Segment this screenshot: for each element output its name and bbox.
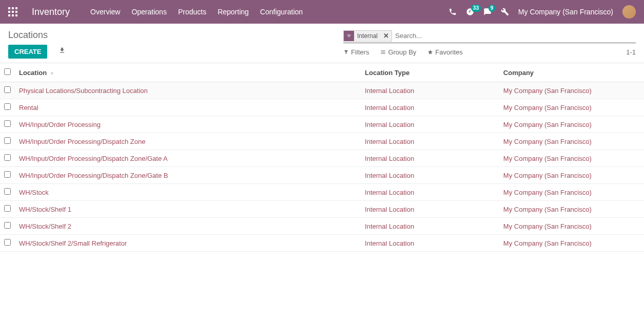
search-input[interactable] (395, 30, 636, 42)
location-link[interactable]: WH/Input/Order Processing/Dispatch Zone (19, 138, 145, 145)
company-link[interactable]: My Company (San Francisco) (503, 104, 592, 112)
row-checkbox[interactable] (4, 239, 11, 246)
breadcrumb: Locations (8, 30, 66, 41)
groupby-label: Group By (388, 48, 416, 56)
location-link[interactable]: Physical Locations/Subcontracting Locati… (19, 87, 148, 95)
location-link[interactable]: WH/Stock/Shelf 2/Small Refrigerator (19, 239, 127, 247)
row-checkbox[interactable] (4, 120, 11, 127)
row-checkbox[interactable] (4, 222, 11, 229)
col-location[interactable]: Location ▼ (15, 63, 361, 82)
facet-label: Internal (354, 32, 381, 40)
type-link[interactable]: Internal Location (365, 189, 414, 196)
nav-configuration[interactable]: Configuration (260, 8, 303, 16)
table-row[interactable]: WH/Input/Order Processing/Dispatch Zone/… (0, 167, 644, 184)
row-checkbox[interactable] (4, 188, 11, 195)
type-link[interactable]: Internal Location (365, 87, 414, 95)
search-facet: Internal ✕ (343, 30, 392, 42)
filters-label: Filters (351, 48, 369, 56)
location-link[interactable]: WH/Stock/Shelf 2 (19, 223, 71, 230)
table-row[interactable]: RentalInternal LocationMy Company (San F… (0, 99, 644, 116)
location-link[interactable]: WH/Input/Order Processing (19, 121, 101, 128)
type-link[interactable]: Internal Location (365, 104, 414, 112)
company-link[interactable]: My Company (San Francisco) (503, 239, 592, 247)
company-link[interactable]: My Company (San Francisco) (503, 138, 592, 145)
nav-right: 33 9 My Company (San Francisco) (448, 5, 636, 18)
tools-icon[interactable] (501, 8, 509, 16)
company-link[interactable]: My Company (San Francisco) (503, 172, 592, 179)
company-link[interactable]: My Company (San Francisco) (503, 87, 592, 95)
table-row[interactable]: WH/StockInternal LocationMy Company (San… (0, 184, 644, 201)
create-button[interactable]: Create (8, 45, 47, 59)
type-link[interactable]: Internal Location (365, 155, 414, 162)
sort-caret-icon: ▼ (50, 71, 54, 76)
chat-icon[interactable]: 9 (483, 8, 492, 16)
table-row[interactable]: WH/Stock/Shelf 1Internal LocationMy Comp… (0, 201, 644, 218)
location-link[interactable]: WH/Input/Order Processing/Dispatch Zone/… (19, 155, 168, 162)
favorites-button[interactable]: Favorites (427, 48, 462, 56)
filters-button[interactable]: Filters (343, 48, 369, 56)
col-company-label: Company (503, 69, 534, 77)
table-row[interactable]: WH/Input/Order Processing/Dispatch Zone/… (0, 150, 644, 167)
select-all-checkbox[interactable] (4, 68, 11, 75)
row-checkbox[interactable] (4, 103, 11, 110)
locations-table: Location ▼ Location Type Company Physica… (0, 63, 644, 252)
clock-icon[interactable]: 33 (466, 8, 474, 16)
groupby-button[interactable]: Group By (380, 48, 416, 56)
favorites-label: Favorites (435, 48, 462, 56)
avatar[interactable] (622, 5, 636, 18)
company-link[interactable]: My Company (San Francisco) (503, 189, 592, 196)
nav-reporting[interactable]: Reporting (218, 8, 249, 16)
company-link[interactable]: My Company (San Francisco) (503, 206, 592, 213)
company-link[interactable]: My Company (San Francisco) (503, 155, 592, 162)
type-link[interactable]: Internal Location (365, 239, 414, 247)
row-checkbox[interactable] (4, 154, 11, 161)
table-row[interactable]: WH/Input/Order Processing/Dispatch ZoneI… (0, 133, 644, 150)
col-company[interactable]: Company (499, 63, 644, 82)
location-link[interactable]: WH/Input/Order Processing/Dispatch Zone/… (19, 172, 168, 179)
table-row[interactable]: Physical Locations/Subcontracting Locati… (0, 82, 644, 99)
company-link[interactable]: My Company (San Francisco) (503, 223, 592, 230)
col-type[interactable]: Location Type (361, 63, 499, 82)
control-panel: Locations Create Internal ✕ (0, 24, 644, 63)
nav-company[interactable]: My Company (San Francisco) (518, 8, 613, 16)
facet-remove-icon[interactable]: ✕ (381, 32, 392, 40)
location-link[interactable]: Rental (19, 104, 38, 112)
type-link[interactable]: Internal Location (365, 206, 414, 213)
nav-links: Overview Operations Products Reporting C… (90, 8, 303, 16)
pager[interactable]: 1-1 (626, 48, 636, 56)
table-row[interactable]: WH/Stock/Shelf 2/Small RefrigeratorInter… (0, 235, 644, 252)
type-link[interactable]: Internal Location (365, 121, 414, 128)
apps-icon[interactable] (8, 7, 17, 16)
clock-badge: 33 (471, 5, 481, 12)
import-icon[interactable] (58, 47, 66, 54)
search-box[interactable]: Internal ✕ (343, 30, 636, 43)
col-location-label: Location (19, 69, 47, 77)
main-navbar: Inventory Overview Operations Products R… (0, 0, 644, 24)
table-row[interactable]: WH/Input/Order ProcessingInternal Locati… (0, 116, 644, 133)
location-link[interactable]: WH/Stock/Shelf 1 (19, 206, 71, 213)
table-row[interactable]: WH/Stock/Shelf 2Internal LocationMy Comp… (0, 218, 644, 235)
filter-icon (344, 31, 354, 41)
nav-overview[interactable]: Overview (90, 8, 120, 16)
col-type-label: Location Type (365, 69, 409, 77)
app-brand: Inventory (32, 7, 70, 17)
row-checkbox[interactable] (4, 137, 11, 144)
company-link[interactable]: My Company (San Francisco) (503, 121, 592, 128)
phone-icon[interactable] (448, 8, 457, 16)
chat-badge: 9 (489, 5, 496, 12)
type-link[interactable]: Internal Location (365, 223, 414, 230)
nav-products[interactable]: Products (178, 8, 206, 16)
type-link[interactable]: Internal Location (365, 138, 414, 145)
location-link[interactable]: WH/Stock (19, 189, 49, 196)
type-link[interactable]: Internal Location (365, 172, 414, 179)
nav-operations[interactable]: Operations (131, 8, 166, 16)
row-checkbox[interactable] (4, 171, 11, 178)
row-checkbox[interactable] (4, 205, 11, 212)
row-checkbox[interactable] (4, 86, 11, 93)
